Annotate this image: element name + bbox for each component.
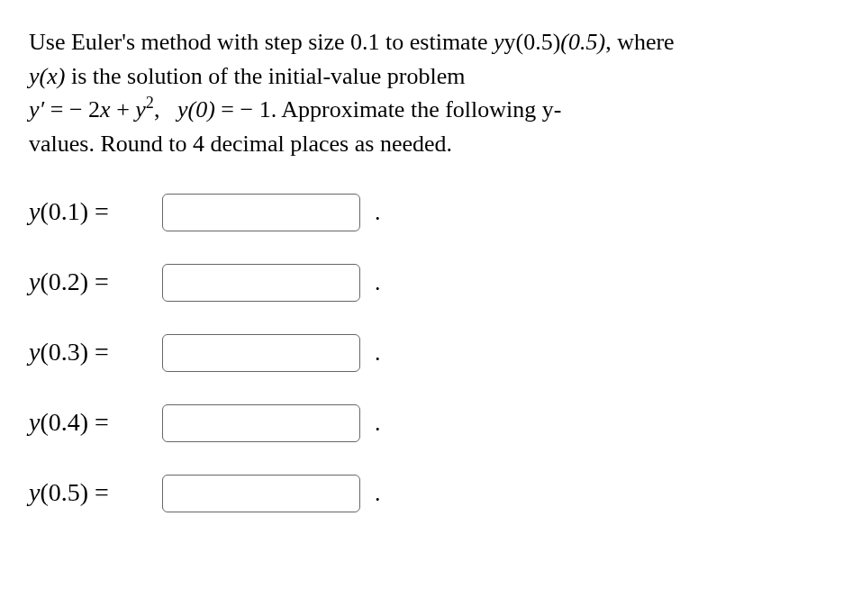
answer-row: y(0.5) = .: [29, 475, 814, 512]
line2-text: is the solution of the initial-value pro…: [65, 63, 465, 89]
answer-input-y04[interactable]: [162, 404, 360, 442]
eq-sign2: =: [215, 96, 240, 122]
period: .: [375, 266, 381, 300]
answer-label-y04: y(0.4) =: [29, 404, 162, 441]
answer-input-y02[interactable]: [162, 264, 360, 302]
answer-row: y(0.4) = .: [29, 404, 814, 442]
answer-row: y(0.2) = .: [29, 264, 814, 302]
period: .: [375, 476, 381, 511]
answer-input-y05[interactable]: [162, 475, 360, 512]
period: .: [375, 406, 381, 440]
answer-label-y05: y(0.5) =: [29, 475, 162, 512]
eq-sign1: =: [44, 96, 69, 122]
period: .: [375, 195, 381, 230]
answer-row: y(0.3) = .: [29, 334, 814, 372]
period: .: [375, 336, 381, 370]
answer-input-y01[interactable]: [162, 194, 360, 231]
text-mid: to estimate: [380, 29, 494, 55]
line3-tail: . Approximate the following y-: [271, 96, 562, 122]
answer-label-y03: y(0.3) =: [29, 334, 162, 371]
text-prefix: Use Euler's method with step size: [29, 29, 350, 55]
eq-lhs: y′: [29, 96, 44, 122]
init-lhs: y(0): [177, 96, 215, 122]
text-suffix: , where: [605, 29, 675, 55]
init-rhs: − 1: [240, 96, 270, 122]
eq-rhs: − 2x + y2: [69, 96, 154, 122]
y-of-x: y(x): [29, 63, 65, 89]
answer-label-y02: y(0.2) =: [29, 264, 162, 301]
problem-statement: Use Euler's method with step size 0.1 to…: [29, 25, 814, 161]
eq-comma: ,: [154, 96, 160, 122]
answer-label-y01: y(0.1) =: [29, 194, 162, 231]
target-y: yy(0.5)(0.5): [494, 29, 605, 55]
step-size: 0.1: [350, 29, 380, 55]
answer-row: y(0.1) = .: [29, 194, 814, 231]
line4: values. Round to 4 decimal places as nee…: [29, 127, 814, 161]
answer-input-y03[interactable]: [162, 334, 360, 372]
